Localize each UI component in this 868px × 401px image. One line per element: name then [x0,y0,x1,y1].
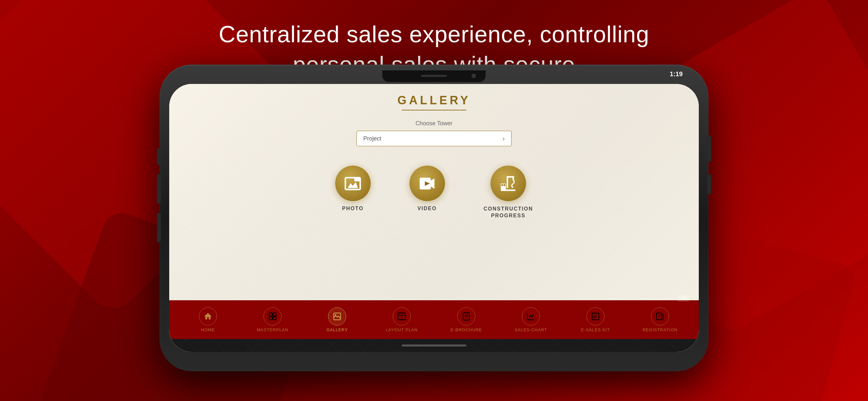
registration-nav-label: REGISTRATION [643,328,678,332]
selector-arrow-icon: › [502,135,505,143]
nav-item-ebrochure[interactable]: E-BROCHURE [434,307,499,332]
esales-kit-nav-label: E-SALES KIT [581,328,610,332]
svg-rect-6 [513,176,515,181]
svg-point-18 [335,314,337,316]
phone-device: 1:19 GALLERY Choose Tower Project › [159,65,709,371]
bottom-navigation: HOME MASTERPLAN [169,300,699,339]
registration-icon-circle [651,307,669,326]
nav-item-esales-kit[interactable]: E-SALES KIT [563,307,628,332]
masterplan-nav-label: MASTERPLAN [257,328,288,332]
nav-item-sales-chart[interactable]: SALES CHART [499,307,563,332]
esales-kit-icon [591,312,600,321]
photo-icon-circle [335,166,371,201]
volume-down-button [157,213,161,242]
home-icon [204,312,213,321]
screen-title: GALLERY [398,94,471,107]
gallery-icon-circle [328,307,346,326]
speaker [421,75,447,77]
volume-up-button [157,174,161,204]
volume-button-right [707,174,711,194]
header-line1: Centralized sales experience, controllin… [0,19,868,50]
photo-label: PHOTO [342,206,364,212]
photo-icon [344,175,362,192]
title-underline [402,110,466,111]
svg-rect-16 [273,317,276,320]
svg-rect-13 [269,313,272,316]
svg-rect-12 [501,189,516,191]
status-time: 1:19 [670,70,683,78]
ebrochure-icon [462,312,471,321]
video-icon [418,175,436,192]
home-nav-label: HOME [201,328,215,332]
layout-plan-icon-circle [393,307,411,326]
gallery-icons-row: PHOTO VIDEO [335,166,533,219]
masterplan-icon [268,312,277,321]
project-selector-text: Project [363,135,381,142]
gallery-item-video[interactable]: VIDEO [409,166,445,212]
video-label: VIDEO [417,206,437,212]
mute-button [157,149,161,165]
sales-chart-nav-label: SALES CHART [515,328,547,332]
ebrochure-nav-label: E-BROCHURE [451,328,482,332]
gallery-nav-label: GALLERY [327,328,348,332]
svg-rect-10 [501,184,503,186]
screen-content: GALLERY Choose Tower Project › [169,84,699,352]
sales-chart-icon [526,312,535,321]
svg-marker-3 [431,178,434,189]
svg-rect-14 [273,313,276,316]
video-icon-circle [409,166,445,201]
svg-rect-15 [269,317,272,320]
masterplan-icon-circle [264,307,282,326]
nav-item-home[interactable]: HOME [176,307,240,332]
gallery-item-construction[interactable]: CONSTRUCTIONPROGRESS [484,166,533,219]
nav-item-gallery[interactable]: GALLERY [305,307,369,332]
layout-plan-nav-label: LAYOUT PLAN [385,328,417,332]
layout-plan-icon [397,312,406,321]
project-selector[interactable]: Project › [356,131,512,146]
esales-kit-icon-circle [586,307,604,326]
sales-chart-icon-circle [522,307,540,326]
nav-item-masterplan[interactable]: MASTERPLAN [240,307,305,332]
power-button [707,135,711,161]
main-content: GALLERY Choose Tower Project › [169,84,699,300]
svg-rect-4 [507,176,508,188]
construction-label: CONSTRUCTIONPROGRESS [484,206,533,219]
nav-item-registration[interactable]: REGISTRATION [628,307,692,332]
gallery-item-photo[interactable]: PHOTO [335,166,371,212]
phone-screen: GALLERY Choose Tower Project › [169,84,699,352]
phone-notch [382,70,486,82]
construction-icon-circle [491,166,526,201]
gallery-nav-icon [333,312,342,321]
nav-item-layout-plan[interactable]: LAYOUT PLAN [369,307,434,332]
svg-rect-11 [504,184,505,186]
front-camera [471,73,476,78]
registration-icon [655,312,664,321]
home-icon-circle [199,307,217,326]
construction-icon [499,175,517,192]
choose-tower-label: Choose Tower [415,120,453,127]
ebrochure-icon-circle [457,307,475,326]
phone-body: 1:19 GALLERY Choose Tower Project › [159,65,709,371]
svg-rect-9 [501,186,506,189]
